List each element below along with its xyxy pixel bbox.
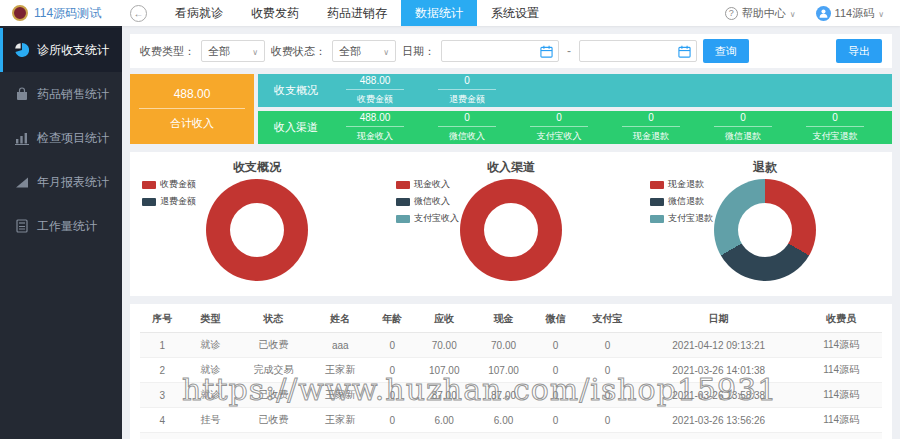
cell: 6.00 <box>474 408 533 433</box>
nav-item-charging[interactable]: 收费发药 <box>237 0 313 26</box>
stat-refund-amount: 0 退费金额 <box>436 75 498 106</box>
legend-swatch <box>396 181 410 189</box>
export-button[interactable]: 导出 <box>836 39 882 63</box>
legend-item[interactable]: 微信退款 <box>650 195 713 208</box>
legend-item[interactable]: 支付宝退款 <box>650 212 713 225</box>
stat-value: 0 <box>436 75 498 86</box>
cell: 218.00 <box>415 433 474 439</box>
cell: 挂号 <box>185 408 237 433</box>
col-index: 序号 <box>140 306 185 333</box>
chevron-down-icon <box>383 45 389 57</box>
help-center-menu[interactable]: 帮助中心 <box>725 6 796 21</box>
table-row[interactable]: 4挂号已收费王家新06.006.00002021-03-26 13:56:261… <box>140 408 882 433</box>
stat-label: 微信退款 <box>712 130 774 143</box>
table-row[interactable]: 3就诊已收费王家新087.0087.00002021-03-26 13:58:3… <box>140 383 882 408</box>
chart-title: 收支概况 <box>130 159 384 176</box>
divider <box>139 108 246 109</box>
legend-label: 支付宝退款 <box>668 212 713 225</box>
legend-item[interactable]: 收费金额 <box>142 178 196 191</box>
user-name: 114源码 <box>835 6 875 21</box>
sidebar-item-exam-projects[interactable]: 检查项目统计 <box>0 116 122 160</box>
stat-value: 0 <box>712 112 774 123</box>
cell: 2021-03-26 13:58:38 <box>637 383 800 408</box>
chart-legend: 现金收入 微信收入 支付宝收入 <box>396 178 459 225</box>
col-age: 年龄 <box>370 306 415 333</box>
date-start-input[interactable] <box>441 40 559 62</box>
donut-chart <box>206 179 308 281</box>
stat-cash-refund: 0 现金退款 <box>620 112 682 143</box>
fee-type-select[interactable]: 全部 <box>201 40 265 62</box>
charts-section: 收支概况 收费金额 退费金额 收入渠道 现金收入 微信收入 支付宝收入 退款 <box>130 152 892 296</box>
stat-value: 0 <box>436 112 498 123</box>
sidebar-item-workload[interactable]: 工作量统计 <box>0 204 122 248</box>
nav-item-outpatient[interactable]: 看病就诊 <box>161 0 237 26</box>
cell: 0 <box>370 358 415 383</box>
cell: 王家新 <box>311 358 370 383</box>
cell: 218.00 <box>474 433 533 439</box>
cell: aaa <box>311 333 370 358</box>
legend-swatch <box>650 198 664 206</box>
sidebar-item-clinic-income[interactable]: 诊所收支统计 <box>0 28 122 72</box>
query-button[interactable]: 查询 <box>703 39 749 63</box>
user-menu[interactable]: 114源码 <box>816 6 884 21</box>
divider <box>346 89 404 90</box>
cell: 就诊 <box>185 433 237 439</box>
filter-bar: 收费类型： 全部 收费状态： 全部 日期： - 查询 导出 <box>130 34 892 68</box>
bar-chart-icon <box>15 131 29 145</box>
channel-bar: 收入渠道 488.00 现金收入 0 微信收入 <box>258 111 892 144</box>
total-income-label: 合计收入 <box>170 116 214 131</box>
back-icon[interactable]: ← <box>130 5 147 22</box>
cell: 2021-04-12 09:13:21 <box>637 333 800 358</box>
stat-label: 收费金额 <box>344 93 406 106</box>
legend-item[interactable]: 支付宝收入 <box>396 212 459 225</box>
cell: 70.00 <box>474 333 533 358</box>
divider <box>438 126 496 127</box>
legend-swatch <box>396 198 410 206</box>
top-navbar: 114源码测试 ← 看病就诊 收费发药 药品进销存 数据统计 系统设置 帮助中心… <box>0 0 900 26</box>
sidebar-item-monthly-reports[interactable]: 年月报表统计 <box>0 160 122 204</box>
calendar-icon <box>540 45 553 58</box>
table-row[interactable]: 5就诊已收费王家新0218.00218.00002021-03-25 13:10… <box>140 433 882 439</box>
nav-item-settings[interactable]: 系统设置 <box>477 0 553 26</box>
overview-bar-title: 收支概况 <box>274 83 318 98</box>
chevron-down-icon <box>790 7 796 19</box>
cell: 完成交易 <box>236 358 310 383</box>
records-table: 序号 类型 状态 姓名 年龄 应收 现金 微信 支付宝 日期 收费员 <box>140 306 882 439</box>
stat-cash-income: 488.00 现金收入 <box>344 112 406 143</box>
nav-item-inventory[interactable]: 药品进销存 <box>313 0 401 26</box>
sidebar-item-label: 工作量统计 <box>37 218 97 235</box>
col-receivable: 应收 <box>415 306 474 333</box>
channel-bar-title: 收入渠道 <box>274 120 318 135</box>
nav-item-statistics[interactable]: 数据统计 <box>401 0 477 26</box>
col-cash: 现金 <box>474 306 533 333</box>
legend-item[interactable]: 微信收入 <box>396 195 459 208</box>
cell: 0 <box>370 333 415 358</box>
date-label: 日期： <box>402 44 435 59</box>
chart-legend: 现金退款 微信退款 支付宝退款 <box>650 178 713 225</box>
chart-title: 退款 <box>638 159 892 176</box>
app-title: 114源码测试 <box>34 5 101 22</box>
cell: 已收费 <box>236 433 310 439</box>
sidebar-item-drug-sales[interactable]: 药品销售统计 <box>0 72 122 116</box>
stat-value: 488.00 <box>344 75 406 86</box>
shop-icon <box>15 87 29 101</box>
legend-item[interactable]: 现金退款 <box>650 178 713 191</box>
legend-item[interactable]: 现金收入 <box>396 178 459 191</box>
col-type: 类型 <box>185 306 237 333</box>
cell: 就诊 <box>185 358 237 383</box>
cell: 3 <box>140 383 185 408</box>
cell: 70.00 <box>415 333 474 358</box>
logo-badge-icon <box>12 5 28 21</box>
legend-item[interactable]: 退费金额 <box>142 195 196 208</box>
chart-legend: 收费金额 退费金额 <box>142 178 196 208</box>
col-cashier: 收费员 <box>800 306 882 333</box>
fee-status-select[interactable]: 全部 <box>332 40 396 62</box>
table-row[interactable]: 1就诊已收费aaa070.0070.00002021-04-12 09:13:2… <box>140 333 882 358</box>
stat-value: 0 <box>804 112 866 123</box>
stat-wechat-income: 0 微信收入 <box>436 112 498 143</box>
date-end-input[interactable] <box>579 40 697 62</box>
table-row[interactable]: 2就诊完成交易王家新0107.00107.00002021-03-26 14:0… <box>140 358 882 383</box>
legend-label: 收费金额 <box>160 178 196 191</box>
cell: 87.00 <box>415 383 474 408</box>
stat-wechat-refund: 0 微信退款 <box>712 112 774 143</box>
